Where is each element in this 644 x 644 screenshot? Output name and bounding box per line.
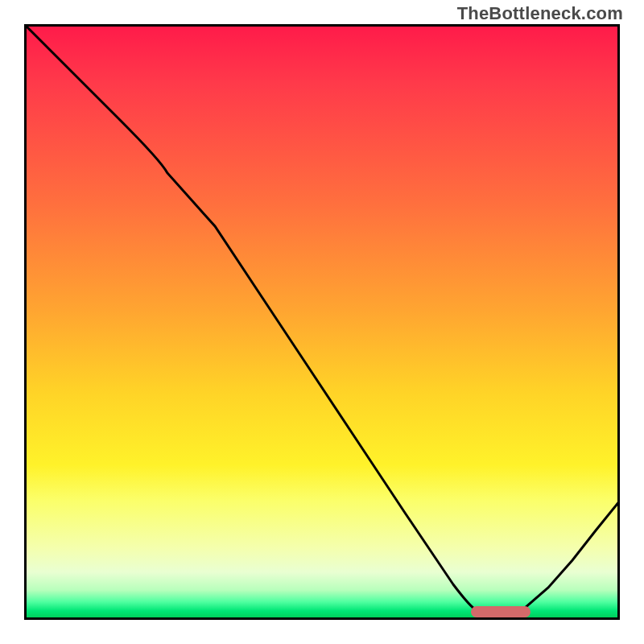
- chart-svg: [24, 24, 620, 620]
- bottleneck-curve: [24, 24, 620, 614]
- watermark-text: TheBottleneck.com: [457, 3, 623, 24]
- optimum-marker: [471, 606, 530, 617]
- bottleneck-chart: TheBottleneck.com: [0, 0, 644, 644]
